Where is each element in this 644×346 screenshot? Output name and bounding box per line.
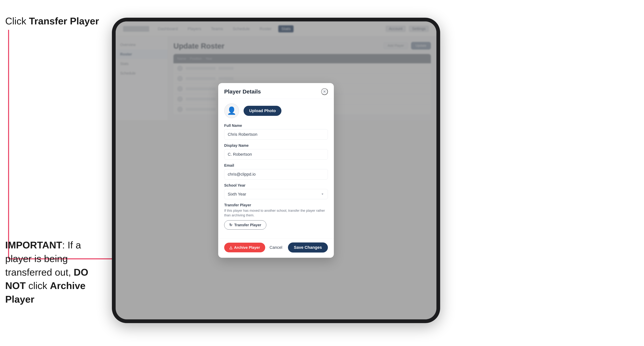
- transfer-section-label: Transfer Player: [224, 203, 328, 207]
- save-changes-button[interactable]: Save Changes: [288, 242, 328, 253]
- archive-icon: △: [230, 245, 232, 250]
- modal-close-button[interactable]: ×: [321, 88, 328, 95]
- instruction-click: Click: [5, 16, 26, 26]
- display-name-group: Display Name: [224, 143, 328, 160]
- modal-header: Player Details ×: [218, 83, 334, 99]
- instruction-top: Click Transfer Player: [5, 15, 99, 27]
- transfer-player-section: Transfer Player If this player has moved…: [224, 203, 328, 230]
- modal-footer: △ Archive Player Cancel Save Changes: [218, 239, 334, 258]
- full-name-label: Full Name: [224, 124, 328, 128]
- transfer-player-button[interactable]: ↻ Transfer Player: [224, 220, 266, 230]
- email-label: Email: [224, 163, 328, 168]
- full-name-input[interactable]: [224, 129, 328, 140]
- modal-body: 👤 Upload Photo Full Name Display Name: [218, 99, 334, 239]
- instruction-important: IMPORTANT: [5, 240, 62, 250]
- display-name-input[interactable]: [224, 149, 328, 160]
- avatar-section: 👤 Upload Photo: [224, 103, 328, 118]
- avatar: 👤: [224, 103, 239, 118]
- footer-right: Cancel Save Changes: [266, 242, 328, 253]
- full-name-group: Full Name: [224, 124, 328, 140]
- instruction-transfer-bold: Transfer Player: [29, 16, 99, 26]
- upload-photo-button[interactable]: Upload Photo: [244, 106, 282, 116]
- archive-player-button[interactable]: △ Archive Player: [224, 243, 265, 252]
- avatar-icon: 👤: [227, 106, 236, 115]
- archive-label: Archive Player: [234, 245, 260, 250]
- modal-overlay: Player Details × 👤 Upload Photo Full Nam: [116, 21, 436, 319]
- cancel-button[interactable]: Cancel: [266, 242, 286, 253]
- transfer-icon: ↻: [229, 223, 232, 227]
- school-year-group: School Year First Year Second Year Third…: [224, 183, 328, 199]
- modal-title: Player Details: [224, 88, 261, 95]
- email-group: Email: [224, 163, 328, 179]
- instruction-bottom: IMPORTANT: If a player is being transfer…: [5, 238, 102, 306]
- school-year-label: School Year: [224, 183, 328, 187]
- email-input[interactable]: [224, 169, 328, 179]
- display-name-label: Display Name: [224, 143, 328, 148]
- school-year-select[interactable]: First Year Second Year Third Year Fourth…: [224, 189, 328, 199]
- tablet: Dashboard Players Teams Schedule Roster …: [112, 18, 440, 323]
- transfer-btn-label: Transfer Player: [234, 223, 261, 227]
- tablet-screen: Dashboard Players Teams Schedule Roster …: [116, 21, 436, 319]
- player-details-modal: Player Details × 👤 Upload Photo Full Nam: [218, 83, 334, 258]
- transfer-section-desc: If this player has moved to another scho…: [224, 208, 328, 218]
